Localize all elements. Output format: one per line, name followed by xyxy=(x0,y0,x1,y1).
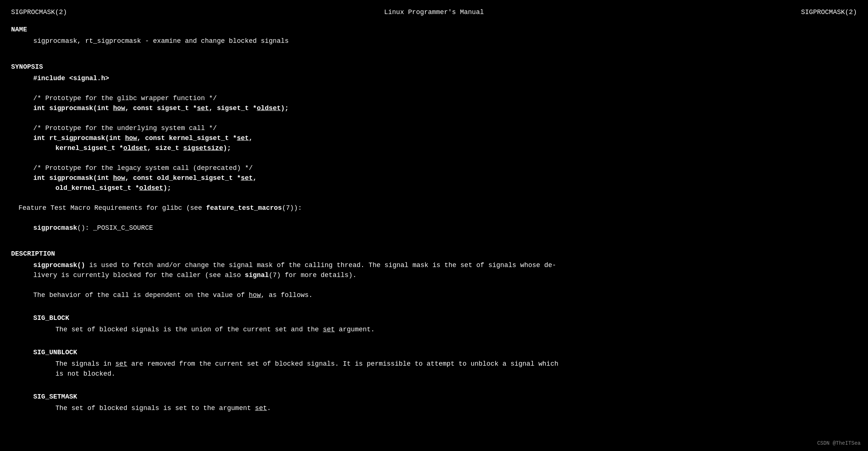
spacer4 xyxy=(11,153,857,163)
proto2a: int rt_sigprocmask(int how, const kernel… xyxy=(11,133,857,143)
header-right: SIGPROCMASK(2) xyxy=(801,7,857,17)
proto1-int: int sigprocmask(int how, const sigset_t … xyxy=(33,105,289,112)
feature-text: Feature Test Macro Requirements for glib… xyxy=(18,204,206,212)
feature-end: (7)): xyxy=(282,204,302,212)
sigprocmask-feature: sigprocmask(): _POSIX_C_SOURCE xyxy=(11,223,857,233)
sig-block-title: SIG_BLOCK xyxy=(11,313,857,323)
name-title: NAME xyxy=(11,25,857,35)
description-title: DESCRIPTION xyxy=(11,249,857,259)
sigprocmask-ref: sigprocmask() xyxy=(33,262,85,269)
comment2: /* Prototype for the underlying system c… xyxy=(11,123,857,133)
proto3b: old_kernel_sigset_t *oldset); xyxy=(11,183,857,193)
sig-unblock-text: The signals in set are removed from the … xyxy=(11,359,857,379)
header-line: SIGPROCMASK(2) Linux Programmer's Manual… xyxy=(11,7,857,17)
page-container: SIGPROCMASK(2) Linux Programmer's Manual… xyxy=(11,7,857,413)
comment3: /* Prototype for the legacy system call … xyxy=(11,163,857,173)
watermark: CSDN @TheITSea xyxy=(817,440,861,447)
spacer10 xyxy=(11,335,857,345)
section-synopsis: SYNOPSIS #include <signal.h> /* Prototyp… xyxy=(11,62,857,233)
spacer6 xyxy=(11,213,857,223)
name-content: sigprocmask, rt_sigprocmask - examine an… xyxy=(11,36,857,46)
description-para2: The behavior of the call is dependent on… xyxy=(11,290,857,300)
proto1: int sigprocmask(int how, const sigset_t … xyxy=(11,103,857,113)
spacer1 xyxy=(11,46,857,56)
spacer3 xyxy=(11,113,857,123)
synopsis-title: SYNOPSIS xyxy=(11,62,857,72)
section-description: DESCRIPTION sigprocmask() is used to fet… xyxy=(11,249,857,413)
signal-ref: signal xyxy=(245,271,269,279)
watermark-text: CSDN @TheITSea xyxy=(817,440,861,446)
proto2b: kernel_sigset_t *oldset, size_t sigsetsi… xyxy=(11,143,857,153)
spacer5 xyxy=(11,193,857,203)
spacer11 xyxy=(11,379,857,389)
section-name: NAME sigprocmask, rt_sigprocmask - exami… xyxy=(11,25,857,46)
spacer2 xyxy=(11,83,857,93)
header-center: Linux Programmer's Manual xyxy=(384,7,484,17)
spacer7 xyxy=(11,233,857,243)
header-left: SIGPROCMASK(2) xyxy=(11,7,67,17)
spacer9 xyxy=(11,300,857,310)
description-para1: sigprocmask() is used to fetch and/or ch… xyxy=(11,260,857,280)
sig-unblock-section: SIG_UNBLOCK The signals in set are remov… xyxy=(11,348,857,379)
sig-block-section: SIG_BLOCK The set of blocked signals is … xyxy=(11,313,857,335)
sig-block-text: The set of blocked signals is the union … xyxy=(11,325,857,335)
feature-bold: feature_test_macros xyxy=(206,204,282,212)
include-line: #include <signal.h> xyxy=(11,74,857,83)
feature-line: Feature Test Macro Requirements for glib… xyxy=(11,203,857,213)
sig-setmask-text: The set of blocked signals is set to the… xyxy=(11,403,857,413)
proto3a: int sigprocmask(int how, const old_kerne… xyxy=(11,173,857,183)
sig-setmask-section: SIG_SETMASK The set of blocked signals i… xyxy=(11,392,857,413)
spacer8 xyxy=(11,280,857,290)
sig-unblock-title: SIG_UNBLOCK xyxy=(11,348,857,358)
sig-setmask-title: SIG_SETMASK xyxy=(11,392,857,402)
comment1: /* Prototype for the glibc wrapper funct… xyxy=(11,93,857,103)
